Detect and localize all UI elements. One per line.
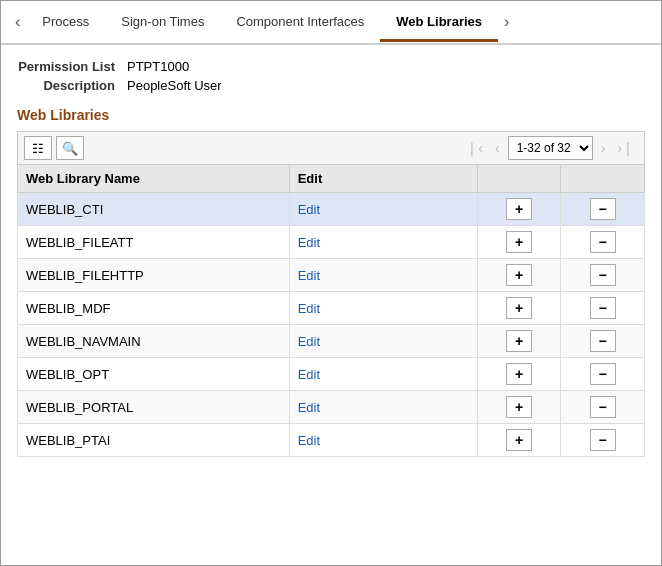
- toolbar: ☷ 🔍 ❘‹ ‹ 1-32 of 32 › ›❘: [17, 131, 645, 164]
- web-library-name: WEBLIB_FILEHTTP: [18, 259, 290, 292]
- web-libraries-table: Web Library Name Edit WEBLIB_CTIEdit+−WE…: [17, 164, 645, 457]
- last-page-button[interactable]: ›❘: [613, 138, 638, 158]
- add-row-button[interactable]: +: [506, 330, 532, 352]
- page-range-select[interactable]: 1-32 of 32: [508, 136, 593, 160]
- tab-component-interfaces[interactable]: Component Interfaces: [220, 4, 380, 42]
- edit-cell: Edit: [289, 193, 477, 226]
- web-library-name: WEBLIB_OPT: [18, 358, 290, 391]
- remove-cell: −: [561, 226, 645, 259]
- permission-list-value: PTPT1000: [127, 59, 189, 74]
- remove-row-button[interactable]: −: [590, 231, 616, 253]
- add-row-button[interactable]: +: [506, 363, 532, 385]
- tab-web-libraries[interactable]: Web Libraries: [380, 4, 498, 42]
- remove-cell: −: [561, 259, 645, 292]
- section-title: Web Libraries: [17, 107, 645, 123]
- web-library-name: WEBLIB_NAVMAIN: [18, 325, 290, 358]
- add-row-button[interactable]: +: [506, 429, 532, 451]
- edit-link[interactable]: Edit: [298, 433, 320, 448]
- add-cell: +: [477, 391, 561, 424]
- col-header-name: Web Library Name: [18, 165, 290, 193]
- add-row-button[interactable]: +: [506, 231, 532, 253]
- remove-cell: −: [561, 391, 645, 424]
- add-row-button[interactable]: +: [506, 396, 532, 418]
- col-header-add: [477, 165, 561, 193]
- next-page-button[interactable]: ›: [597, 138, 610, 158]
- add-cell: +: [477, 358, 561, 391]
- edit-link[interactable]: Edit: [298, 202, 320, 217]
- first-page-button[interactable]: ❘‹: [462, 138, 487, 158]
- table-row: WEBLIB_FILEHTTPEdit+−: [18, 259, 645, 292]
- table-row: WEBLIB_OPTEdit+−: [18, 358, 645, 391]
- edit-link[interactable]: Edit: [298, 367, 320, 382]
- edit-link[interactable]: Edit: [298, 301, 320, 316]
- edit-cell: Edit: [289, 226, 477, 259]
- remove-row-button[interactable]: −: [590, 396, 616, 418]
- remove-row-button[interactable]: −: [590, 198, 616, 220]
- edit-link[interactable]: Edit: [298, 235, 320, 250]
- table-row: WEBLIB_NAVMAINEdit+−: [18, 325, 645, 358]
- remove-cell: −: [561, 193, 645, 226]
- prev-page-button[interactable]: ‹: [491, 138, 504, 158]
- web-library-name: WEBLIB_PTAI: [18, 424, 290, 457]
- tab-signon-times[interactable]: Sign-on Times: [105, 4, 220, 42]
- table-row: WEBLIB_FILEATTEdit+−: [18, 226, 645, 259]
- remove-cell: −: [561, 292, 645, 325]
- add-cell: +: [477, 292, 561, 325]
- remove-row-button[interactable]: −: [590, 363, 616, 385]
- tab-prev-button[interactable]: ‹: [9, 14, 26, 30]
- table-row: WEBLIB_CTIEdit+−: [18, 193, 645, 226]
- permission-list-row: Permission List PTPT1000: [17, 59, 645, 74]
- web-library-name: WEBLIB_CTI: [18, 193, 290, 226]
- col-header-edit: Edit: [289, 165, 477, 193]
- description-label: Description: [17, 78, 127, 93]
- web-library-name: WEBLIB_MDF: [18, 292, 290, 325]
- edit-cell: Edit: [289, 358, 477, 391]
- table-row: WEBLIB_MDFEdit+−: [18, 292, 645, 325]
- remove-row-button[interactable]: −: [590, 297, 616, 319]
- edit-cell: Edit: [289, 325, 477, 358]
- remove-row-button[interactable]: −: [590, 264, 616, 286]
- remove-row-button[interactable]: −: [590, 429, 616, 451]
- add-cell: +: [477, 424, 561, 457]
- add-cell: +: [477, 325, 561, 358]
- add-cell: +: [477, 193, 561, 226]
- search-icon: 🔍: [62, 141, 78, 156]
- remove-cell: −: [561, 424, 645, 457]
- edit-link[interactable]: Edit: [298, 334, 320, 349]
- tab-bar: ‹ Process Sign-on Times Component Interf…: [1, 1, 661, 45]
- content-area: Permission List PTPT1000 Description Peo…: [1, 45, 661, 471]
- add-row-button[interactable]: +: [506, 264, 532, 286]
- add-cell: +: [477, 259, 561, 292]
- edit-cell: Edit: [289, 391, 477, 424]
- table-row: WEBLIB_PTAIEdit+−: [18, 424, 645, 457]
- tab-next-button[interactable]: ›: [498, 14, 515, 30]
- web-library-name: WEBLIB_FILEATT: [18, 226, 290, 259]
- add-cell: +: [477, 226, 561, 259]
- remove-cell: −: [561, 358, 645, 391]
- edit-cell: Edit: [289, 259, 477, 292]
- edit-cell: Edit: [289, 292, 477, 325]
- edit-cell: Edit: [289, 424, 477, 457]
- web-library-name: WEBLIB_PORTAL: [18, 391, 290, 424]
- add-row-button[interactable]: +: [506, 198, 532, 220]
- tab-process[interactable]: Process: [26, 4, 105, 42]
- edit-link[interactable]: Edit: [298, 268, 320, 283]
- search-button[interactable]: 🔍: [56, 136, 84, 160]
- remove-row-button[interactable]: −: [590, 330, 616, 352]
- col-header-remove: [561, 165, 645, 193]
- table-row: WEBLIB_PORTALEdit+−: [18, 391, 645, 424]
- permission-list-label: Permission List: [17, 59, 127, 74]
- add-row-button[interactable]: +: [506, 297, 532, 319]
- pagination-area: ❘‹ ‹ 1-32 of 32 › ›❘: [462, 136, 638, 160]
- meta-section: Permission List PTPT1000 Description Peo…: [17, 59, 645, 93]
- description-row: Description PeopleSoft User: [17, 78, 645, 93]
- remove-cell: −: [561, 325, 645, 358]
- description-value: PeopleSoft User: [127, 78, 222, 93]
- edit-link[interactable]: Edit: [298, 400, 320, 415]
- grid-view-button[interactable]: ☷: [24, 136, 52, 160]
- grid-icon: ☷: [32, 141, 44, 156]
